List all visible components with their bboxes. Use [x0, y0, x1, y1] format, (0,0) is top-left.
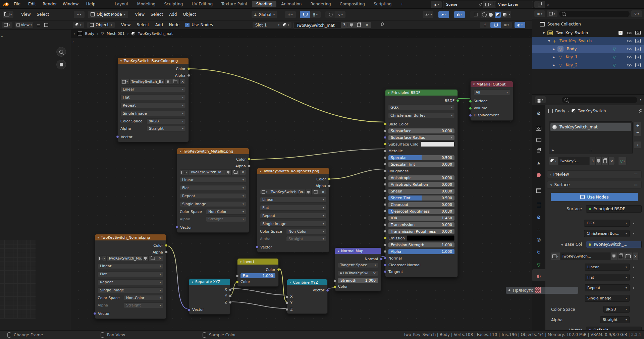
unlink-material-icon[interactable]: ×	[608, 157, 615, 165]
hide-eye-icon[interactable]	[627, 63, 632, 68]
socket-subsurface-color[interactable]	[384, 143, 387, 146]
proportional-falloff[interactable]: ∿▾	[335, 11, 345, 18]
fake-user-shield-icon[interactable]	[165, 79, 171, 84]
shader-view-menu[interactable]: View	[118, 22, 133, 27]
shader-snap-settings[interactable]: ⊞▾	[501, 22, 512, 28]
breadcrumb-mesh[interactable]: Mesh.001	[107, 32, 124, 36]
tab-scripting[interactable]: Scripting	[370, 1, 395, 7]
socket-displacement-in[interactable]	[469, 114, 472, 117]
socket-transmission[interactable]	[384, 223, 387, 226]
open-image-folder-icon[interactable]	[149, 256, 157, 261]
socket-alpha-out[interactable]	[165, 251, 168, 254]
remove-slot-button[interactable]: −	[634, 129, 641, 136]
image-editor-view-menu[interactable]: View▾	[15, 22, 33, 28]
socket-y-in[interactable]	[285, 301, 288, 304]
socket-emission-strength[interactable]	[384, 243, 387, 246]
collapse-icon[interactable]: ▼	[548, 40, 550, 43]
socket-specular[interactable]	[384, 156, 387, 159]
outliner-row-key1[interactable]: ▶ ▽ Key_1 ▽	[532, 53, 644, 61]
tab-constraints-icon[interactable]: ↻	[534, 249, 543, 255]
socket-sheen-tint[interactable]	[384, 196, 387, 200]
render-camera-icon[interactable]	[635, 31, 641, 35]
socket-roughness[interactable]	[384, 170, 387, 173]
subsurface-radius-field[interactable]: Subsurface Radius▾	[388, 135, 454, 140]
subsurface-method-dropdown[interactable]: Christensen-Burley▾	[388, 113, 455, 118]
interpolation-dropdown[interactable]: Linear▾	[120, 87, 186, 92]
unlink-image-icon[interactable]: ×	[240, 169, 246, 175]
socket-strength-in[interactable]	[333, 279, 336, 282]
source-dropdown[interactable]: Single Image▾	[260, 221, 326, 227]
sheen-slider[interactable]: Sheen0.000	[388, 189, 454, 194]
hide-eye-icon[interactable]	[627, 31, 632, 36]
material-slot-item[interactable]: TwoKeySwitch_mat	[550, 123, 631, 131]
keyframe-dot[interactable]	[633, 287, 634, 289]
expand-icon[interactable]: ▶	[553, 48, 555, 51]
mesh-link-dropdown[interactable]: ▽▾	[618, 157, 626, 165]
transform-orientation[interactable]: ⟂ Global ▾	[252, 11, 277, 18]
fake-user-shield-icon[interactable]	[142, 256, 149, 261]
socket-bsdf-out[interactable]	[456, 99, 459, 102]
socket-specular-tint[interactable]	[384, 163, 387, 166]
image-thumbnail-icon[interactable]	[44, 23, 48, 27]
tab-tool-icon[interactable]: ⚙	[534, 111, 543, 116]
socket-fac-in[interactable]	[236, 274, 239, 277]
open-image-folder-icon[interactable]	[624, 252, 632, 260]
emission-color-swatch[interactable]	[407, 235, 454, 241]
tab-collection-icon[interactable]	[534, 188, 543, 194]
alpha-slider[interactable]: Alpha1.000	[388, 249, 454, 254]
socket-vector-in[interactable]	[175, 226, 178, 229]
outliner-filter-button[interactable]: ▽▾	[631, 10, 642, 17]
users-count-badge[interactable]: 3	[590, 157, 595, 165]
pin-material-icon[interactable]	[380, 22, 384, 27]
outliner-row-body[interactable]: ▶ ▽ Body ▽	[532, 45, 644, 53]
extension-dropdown[interactable]: Repeat▾	[585, 284, 630, 291]
node-invert[interactable]: ∨Invert Color Fac1.000 Color	[237, 258, 279, 287]
use-nodes-checkbox[interactable]: ✓	[185, 23, 190, 27]
socket-color-out[interactable]	[187, 67, 190, 70]
material-browse-button[interactable]: ▾	[281, 22, 291, 28]
image-datablock-selector[interactable]: ▾ TwoKeySwitch_No... ×	[98, 256, 163, 261]
breadcrumb-material[interactable]: TwoKeySwitch_mat	[138, 32, 173, 36]
open-image-folder-icon[interactable]	[171, 79, 179, 84]
tab-texture-paint[interactable]: Texture Paint	[217, 1, 251, 7]
overlays-dropdown[interactable]: ◐▾	[454, 11, 465, 18]
add-slot-button[interactable]: +	[634, 122, 641, 129]
fake-user-shield-icon[interactable]	[348, 23, 355, 27]
fake-user-shield-icon[interactable]	[305, 189, 312, 195]
hide-eye-icon[interactable]	[627, 55, 632, 60]
breadcrumb-material[interactable]: TwoKeySwitch_...	[578, 109, 636, 113]
collection-checkbox[interactable]: ✓	[619, 31, 623, 35]
vector-value[interactable]: Default	[586, 327, 642, 330]
shading-solid-icon[interactable]	[489, 13, 493, 17]
socket-metallic[interactable]	[384, 150, 387, 153]
tab-object-icon[interactable]	[534, 203, 543, 208]
pan-hand-button[interactable]	[56, 60, 66, 69]
node-image-texture-metallic[interactable]: ∨TwoKeySwitch_Metallic.png Color Alpha ▾…	[177, 148, 249, 233]
alpha-mode-dropdown[interactable]: Straight▾	[286, 236, 326, 242]
socket-subsurface[interactable]	[384, 129, 387, 132]
socket-y-out[interactable]	[229, 294, 232, 297]
view-layer-copy-button[interactable]	[534, 1, 545, 8]
socket-anisotropic-rotation[interactable]	[384, 183, 387, 186]
distribution-dropdown[interactable]: GGX▾	[388, 105, 455, 110]
interpolation-dropdown[interactable]: Linear▾	[98, 263, 163, 269]
socket-sheen[interactable]	[384, 190, 387, 193]
gizmo-dropdown[interactable]: ➤▾	[438, 11, 449, 18]
projection-dropdown[interactable]: Flat▾	[120, 95, 186, 100]
menu-file[interactable]: File	[11, 2, 23, 6]
keyframe-dot[interactable]	[633, 267, 634, 268]
socket-vector-in[interactable]	[93, 312, 96, 315]
add-workspace-button[interactable]: +	[396, 1, 408, 7]
parent-navigate-button[interactable]: ↥	[480, 22, 490, 28]
viewport-select-menu[interactable]: Select	[148, 12, 166, 17]
outliner-row-collection[interactable]: ▼ Two_Key_Switch ✓	[532, 29, 644, 37]
editor-type-properties[interactable]: ▾	[535, 96, 546, 103]
hamburger-menu-icon[interactable]: ≡	[37, 22, 40, 27]
color-space-dropdown[interactable]: sRGB▾	[147, 118, 186, 124]
source-dropdown[interactable]: Single Image▾	[180, 201, 246, 207]
distribution-dropdown[interactable]: GGX▾	[584, 220, 630, 227]
image-datablock-selector[interactable]: ▾ TwoKeySwitch_Ba... ×	[120, 79, 186, 84]
material-name-field[interactable]: TwoKeySwitch_mat	[293, 22, 346, 29]
emission-strength-slider[interactable]: Emission Strength1.000	[388, 242, 454, 247]
socket-normal[interactable]	[384, 257, 387, 260]
